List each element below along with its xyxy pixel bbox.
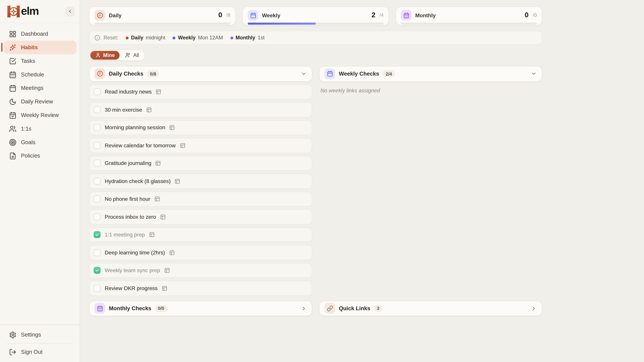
layout-panel-icon[interactable]	[175, 178, 180, 184]
sidebar-item-daily-review[interactable]: Daily Review	[4, 95, 76, 108]
sidebar-item-1-1s[interactable]: 1:1s	[4, 122, 76, 135]
sidebar-item-habits[interactable]: Habits	[4, 40, 76, 54]
habit-label: Gratitude journaling	[105, 160, 151, 166]
habit-checkbox[interactable]	[94, 285, 100, 292]
calendar-icon	[248, 10, 258, 21]
users-icon	[126, 52, 131, 58]
daily-dot	[126, 36, 129, 39]
filter-mine-button[interactable]: Mine	[90, 51, 120, 59]
habit-checkbox[interactable]	[94, 195, 100, 202]
layout-panel-icon[interactable]	[169, 250, 174, 255]
layout-panel-icon[interactable]	[170, 125, 175, 130]
weekly-summary-card[interactable]: Weekly 2/4	[242, 6, 389, 25]
sidebar-item-dashboard[interactable]: Dashboard	[4, 27, 76, 41]
habit-checkbox[interactable]	[94, 142, 100, 149]
reset-item-detail: midnight	[146, 35, 165, 40]
sidebar-header: elm	[0, 0, 80, 23]
chevron-down-icon[interactable]	[301, 71, 307, 77]
sidebar: elm Dashboard Habits	[0, 0, 80, 362]
calendar-days-icon	[401, 10, 412, 21]
monthly-summary-card[interactable]: Monthly 0/0	[396, 6, 542, 25]
layout-panel-icon[interactable]	[160, 214, 166, 220]
chevron-right-icon[interactable]	[531, 305, 537, 311]
dashboard-grid-icon	[9, 30, 16, 37]
reset-info-bar: Reset: Daily midnight Weekly Mon 12AM Mo…	[89, 31, 542, 45]
reset-daily: Daily midnight	[126, 35, 165, 40]
helm-compass-logo-icon	[6, 3, 21, 19]
habit-row-30-min-exercise[interactable]: 30 min exercise	[89, 102, 312, 117]
sidebar-item-label: Habits	[21, 44, 38, 50]
habit-row-review-calendar-for-tomorrow[interactable]: Review calendar for tomorrow	[89, 138, 312, 153]
habit-label: Morning planning session	[105, 124, 165, 131]
sidebar-item-label: Policies	[21, 153, 40, 159]
weekly-checks-header[interactable]: Weekly Checks 2/4	[319, 66, 542, 81]
habit-row-review-okr-progress[interactable]: Review OKR progress	[89, 281, 312, 296]
daily-summary-card[interactable]: Daily 0/8	[89, 6, 236, 25]
layout-panel-icon[interactable]	[156, 89, 161, 94]
weekly-checks-column: Weekly Checks 2/4 No weekly links assign…	[319, 66, 542, 316]
layout-panel-icon[interactable]	[149, 232, 154, 238]
habit-row-hydration-check[interactable]: Hydration check (8 glasses)	[89, 174, 312, 189]
chevron-right-icon[interactable]	[301, 305, 307, 311]
layout-panel-icon[interactable]	[156, 161, 161, 166]
habit-row-morning-planning-session[interactable]: Morning planning session	[89, 120, 312, 135]
sidebar-item-settings[interactable]: Settings	[4, 328, 76, 342]
sidebar-collapse-button[interactable]	[65, 6, 75, 16]
reset-weekly: Weekly Mon 12AM	[172, 35, 223, 40]
habit-label: Review calendar for tomorrow	[105, 142, 176, 148]
habit-checkbox-checked[interactable]	[94, 231, 100, 238]
summary-card-label: Daily	[109, 12, 215, 18]
sidebar-item-schedule[interactable]: Schedule	[4, 68, 76, 81]
sidebar-item-weekly-review[interactable]: Weekly Review	[4, 108, 76, 122]
sidebar-item-meetings[interactable]: Meetings	[4, 81, 76, 95]
weekly-progress-bar	[248, 23, 384, 25]
sidebar-item-sign-out[interactable]: Sign Out	[4, 345, 76, 359]
habit-row-gratitude-journaling[interactable]: Gratitude journaling	[89, 156, 312, 171]
sidebar-item-tasks[interactable]: Tasks	[4, 54, 76, 68]
habit-row-process-inbox-to-zero[interactable]: Process inbox to zero	[89, 209, 312, 224]
habit-row-deep-learning-time[interactable]: Deep learning time (2hrs)	[89, 245, 312, 260]
panel-title: Quick Links	[339, 305, 370, 311]
layout-panel-icon[interactable]	[180, 143, 185, 148]
calendar-icon	[324, 68, 335, 79]
habit-checkbox[interactable]	[94, 106, 100, 113]
layout-panel-icon[interactable]	[146, 107, 152, 112]
habit-row-weekly-team-sync-prep[interactable]: Weekly team sync prep	[89, 263, 312, 278]
sidebar-item-label: Weekly Review	[21, 112, 59, 118]
habit-checkbox[interactable]	[94, 178, 100, 185]
daily-checks-header[interactable]: Daily Checks 0/8	[89, 66, 312, 81]
sidebar-item-label: 1:1s	[21, 125, 32, 132]
habit-row-read-industry-news[interactable]: Read industry news	[89, 84, 312, 99]
habit-checkbox[interactable]	[94, 160, 100, 167]
chevron-down-icon[interactable]	[531, 71, 537, 77]
sidebar-footer: Settings Sign Out	[0, 325, 80, 362]
habit-label: Process inbox to zero	[105, 214, 156, 220]
sidebar-item-policies[interactable]: Policies	[4, 149, 76, 163]
layout-panel-icon[interactable]	[154, 196, 160, 202]
info-icon	[94, 35, 100, 40]
user-icon	[95, 52, 100, 58]
habit-row-no-phone-first-hour[interactable]: No phone first hour	[89, 191, 312, 206]
layout-panel-icon[interactable]	[162, 285, 167, 291]
habit-row-1-1-meeting-prep[interactable]: 1:1 meeting prep	[89, 227, 312, 242]
habit-label: Read industry news	[105, 89, 152, 95]
filter-all-button[interactable]: All	[120, 51, 144, 59]
sidebar-item-goals[interactable]: Goals	[4, 135, 76, 149]
calendar-check-icon	[9, 111, 16, 119]
sidebar-item-label: Dashboard	[21, 31, 48, 37]
count-badge: 0/0	[155, 305, 167, 312]
layout-panel-icon[interactable]	[164, 268, 170, 273]
summary-completed-count: 0	[525, 11, 528, 19]
sparkles-icon	[9, 44, 16, 51]
habit-checkbox[interactable]	[94, 88, 100, 95]
habit-checkbox[interactable]	[94, 213, 100, 220]
summary-card-label: Monthly	[415, 12, 521, 18]
habit-checkbox[interactable]	[94, 124, 100, 131]
monthly-checks-header[interactable]: Monthly Checks 0/0	[89, 301, 312, 316]
main-content: Daily 0/8 Weekly 2/4	[80, 0, 644, 362]
summary-total-count: /8	[226, 12, 230, 18]
habit-checkbox[interactable]	[94, 249, 100, 256]
gear-icon	[9, 331, 16, 338]
quick-links-header[interactable]: Quick Links 3	[319, 301, 542, 316]
habit-checkbox-checked[interactable]	[94, 267, 100, 274]
